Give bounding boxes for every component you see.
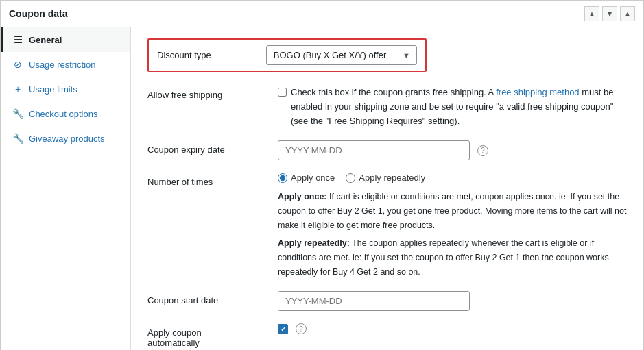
discount-type-select[interactable]: BOGO (Buy X Get X/Y) offer Percentage di… bbox=[266, 45, 417, 65]
sidebar-item-usage-restriction-label: Usage restriction bbox=[29, 60, 96, 70]
sidebar-item-usage-limits[interactable]: + Usage limits bbox=[1, 77, 130, 101]
title-bar: Coupon data ▲ ▼ ▲ bbox=[1, 1, 643, 27]
apply-once-bold: Apply once: bbox=[278, 192, 327, 201]
coupon-expiry-date-label: Coupon expiry date bbox=[147, 140, 264, 155]
number-of-times-description: Apply once: If cart is eligible or condi… bbox=[278, 190, 627, 279]
sidebar-item-usage-limits-label: Usage limits bbox=[29, 84, 77, 95]
coupon-expiry-date-help-icon[interactable]: ? bbox=[477, 145, 488, 156]
sidebar-item-giveaway-products-label: Giveaway products bbox=[29, 134, 105, 144]
checkout-options-icon: 🔧 bbox=[12, 108, 23, 119]
allow-free-shipping-row: Allow free shipping Check this box if th… bbox=[147, 86, 627, 128]
sidebar: ☰ General ⊘ Usage restriction + Usage li… bbox=[1, 27, 131, 350]
number-of-times-content: Apply once Apply repeatedly Apply once: … bbox=[278, 173, 627, 279]
apply-once-option[interactable]: Apply once bbox=[278, 173, 335, 183]
apply-coupon-automatically-label: Apply coupon automatically bbox=[147, 323, 264, 348]
general-icon: ☰ bbox=[12, 34, 23, 45]
collapse-button[interactable]: ▲ bbox=[584, 6, 599, 21]
coupon-start-date-row: Coupon start date bbox=[147, 291, 627, 311]
window-controls: ▲ ▼ ▲ bbox=[584, 6, 635, 21]
apply-repeatedly-option[interactable]: Apply repeatedly bbox=[346, 173, 425, 183]
content-area: Discount type BOGO (Buy X Get X/Y) offer… bbox=[131, 27, 643, 350]
sidebar-item-general-label: General bbox=[29, 35, 62, 45]
apply-coupon-automatically-row: Apply coupon automatically ? bbox=[147, 323, 627, 348]
apply-repeatedly-radio[interactable] bbox=[346, 173, 355, 183]
expand-button[interactable]: ▼ bbox=[602, 6, 617, 21]
number-of-times-label: Number of times bbox=[147, 173, 264, 187]
allow-free-shipping-text: Check this box if the coupon grants free… bbox=[291, 86, 627, 128]
coupon-expiry-date-row: Coupon expiry date ? bbox=[147, 140, 627, 160]
coupon-expiry-date-content: ? bbox=[278, 140, 627, 160]
coupon-expiry-date-input[interactable] bbox=[278, 140, 470, 160]
apply-coupon-automatically-checkbox-row: ? bbox=[278, 323, 627, 334]
sidebar-item-giveaway-products[interactable]: 🔧 Giveaway products bbox=[1, 126, 130, 151]
allow-free-shipping-content: Check this box if the coupon grants free… bbox=[278, 86, 627, 128]
discount-type-select-wrapper: BOGO (Buy X Get X/Y) offer Percentage di… bbox=[266, 45, 417, 65]
sidebar-item-checkout-options-label: Checkout options bbox=[29, 109, 97, 119]
apply-coupon-automatically-content: ? bbox=[278, 323, 627, 334]
apply-repeatedly-bold: Apply repeatedly: bbox=[278, 238, 350, 248]
sidebar-item-general[interactable]: ☰ General bbox=[1, 27, 130, 52]
apply-once-label: Apply once bbox=[291, 173, 335, 183]
usage-restriction-icon: ⊘ bbox=[12, 59, 23, 70]
apply-once-description: If cart is eligible or conditions are me… bbox=[278, 192, 626, 229]
apply-coupon-automatically-checkbox[interactable] bbox=[278, 324, 288, 334]
coupon-data-window: Coupon data ▲ ▼ ▲ ☰ General ⊘ Usage rest… bbox=[0, 0, 644, 350]
free-shipping-link[interactable]: free shipping method bbox=[496, 87, 579, 97]
usage-limits-icon: + bbox=[12, 84, 23, 95]
number-of-times-radio-group: Apply once Apply repeatedly bbox=[278, 173, 627, 183]
number-of-times-row: Number of times Apply once Apply repeate… bbox=[147, 173, 627, 279]
sidebar-item-usage-restriction[interactable]: ⊘ Usage restriction bbox=[1, 52, 130, 77]
sidebar-item-checkout-options[interactable]: 🔧 Checkout options bbox=[1, 101, 130, 126]
coupon-start-date-label: Coupon start date bbox=[147, 291, 264, 305]
giveaway-products-icon: 🔧 bbox=[12, 133, 23, 144]
window-title: Coupon data bbox=[9, 8, 68, 19]
coupon-start-date-content bbox=[278, 291, 627, 311]
apply-once-radio[interactable] bbox=[278, 173, 287, 183]
discount-type-section: Discount type BOGO (Buy X Get X/Y) offer… bbox=[147, 38, 427, 72]
allow-free-shipping-label: Allow free shipping bbox=[147, 86, 264, 100]
apply-coupon-automatically-help-icon[interactable]: ? bbox=[296, 323, 307, 334]
apply-repeatedly-label: Apply repeatedly bbox=[359, 173, 425, 183]
main-layout: ☰ General ⊘ Usage restriction + Usage li… bbox=[1, 27, 643, 350]
coupon-start-date-input[interactable] bbox=[278, 291, 470, 311]
discount-type-label: Discount type bbox=[157, 50, 211, 60]
allow-free-shipping-checkbox[interactable] bbox=[278, 88, 287, 97]
maximize-button[interactable]: ▲ bbox=[620, 6, 635, 21]
